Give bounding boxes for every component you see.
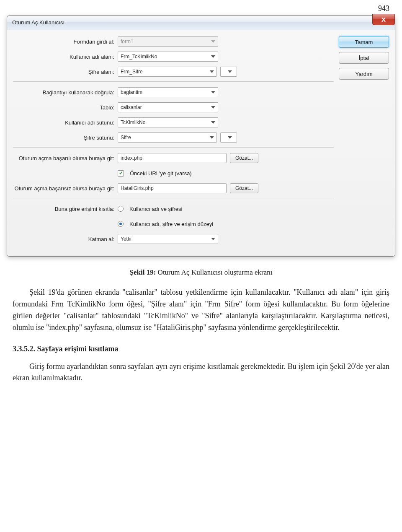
connection-select[interactable]: baglantim — [118, 87, 218, 97]
label-restrict: Buna göre erişimi kısıtla: — [13, 206, 118, 212]
label-fail-redirect: Oturum açma başarısız olursa buraya git: — [13, 185, 118, 192]
browse-fail-button[interactable]: Gözat... — [230, 183, 258, 193]
chevron-down-icon — [211, 238, 215, 240]
ok-button[interactable]: Tamam — [339, 36, 389, 48]
caption-prefix: Şekil 19: — [130, 268, 156, 276]
connection-value: baglantim — [121, 89, 142, 95]
label-pass-column: Şifre sütunu: — [13, 135, 118, 141]
chevron-down-icon — [228, 136, 232, 139]
form-source-value: form1 — [121, 39, 134, 44]
level-value: Yetki — [121, 236, 131, 242]
label-user-field: Kullanıcı adı alanı: — [13, 54, 118, 60]
success-url-value: index.php — [121, 155, 142, 161]
chevron-down-icon — [211, 106, 215, 109]
dialog-title: Oturum Aç Kullanıcısı — [12, 19, 64, 26]
separator — [13, 198, 334, 198]
paragraph-2: Giriş formu ayarlandıktan sonra sayfalar… — [0, 361, 402, 384]
page-number: 943 — [0, 0, 402, 16]
chevron-down-icon — [211, 40, 215, 43]
pass-field-value: Frm_Sifre — [121, 69, 143, 75]
pass-column-value: Sifre — [121, 135, 131, 140]
section-heading: 3.3.5.2. Sayfaya erişimi kısıtlama — [0, 345, 402, 353]
restrict-radio2-label: Kullanıcı adı, şifre ve erişim düzeyi — [129, 221, 213, 227]
color-swatch[interactable] — [220, 132, 237, 143]
chevron-down-icon — [211, 121, 215, 124]
label-connection: Bağlantıyı kullanarak doğrula: — [13, 89, 118, 96]
color-swatch[interactable] — [220, 67, 237, 77]
login-user-dialog: Oturum Aç Kullanıcısı X Formdan girdi al… — [7, 16, 395, 257]
para1-text: Şekil 19'da görünen ekranda "calisanlar"… — [13, 288, 389, 332]
prev-url-label: Önceki URL'ye git (varsa) — [130, 170, 192, 176]
browse-success-button[interactable]: Gözat... — [230, 153, 258, 163]
user-field-select[interactable]: Frm_TcKimlikNo — [118, 52, 218, 62]
user-column-value: TcKimlikNo — [121, 119, 145, 125]
chevron-down-icon — [211, 91, 215, 93]
user-field-value: Frm_TcKimlikNo — [121, 54, 157, 60]
label-table: Tablo: — [13, 104, 118, 111]
level-select[interactable]: Yetki — [118, 234, 218, 244]
cancel-button[interactable]: İptal — [339, 52, 389, 64]
fail-url-value: HataliGiris.php — [121, 185, 154, 191]
restrict-radio-user-pass[interactable] — [118, 206, 124, 212]
pass-field-select[interactable]: Frm_Sifre — [118, 67, 217, 77]
close-icon: X — [381, 16, 386, 23]
chevron-down-icon — [211, 55, 215, 58]
restrict-radio1-label: Kullanıcı adı ve şifresi — [129, 206, 182, 212]
chevron-down-icon — [228, 70, 232, 73]
help-button[interactable]: Yardım — [339, 68, 389, 80]
label-success-redirect: Oturum açma başarılı olursa buraya git: — [13, 155, 118, 161]
prev-url-checkbox[interactable]: ✓ — [118, 170, 124, 176]
label-form-source: Formdan girdi al: — [13, 39, 118, 45]
check-icon: ✓ — [119, 171, 123, 176]
caption-text: Oturum Aç Kullanıcısı oluşturma ekranı — [156, 268, 272, 276]
user-column-select[interactable]: TcKimlikNo — [118, 117, 218, 127]
form-source-select[interactable]: form1 — [118, 36, 218, 47]
titlebar[interactable]: Oturum Aç Kullanıcısı X — [7, 16, 395, 29]
para2-text: Giriş formu ayarlandıktan sonra sayfalar… — [13, 362, 389, 382]
chevron-down-icon — [210, 136, 214, 139]
restrict-radio-user-pass-level[interactable] — [118, 221, 124, 227]
close-button[interactable]: X — [372, 14, 395, 25]
fail-url-input[interactable]: HataliGiris.php — [118, 183, 227, 193]
table-value: calisanlar — [121, 104, 142, 110]
pass-column-select[interactable]: Sifre — [118, 132, 217, 143]
chevron-down-icon — [210, 70, 214, 73]
paragraph-1: Şekil 19'da görünen ekranda "calisanlar"… — [0, 287, 402, 334]
success-url-input[interactable]: index.php — [118, 153, 227, 163]
label-level: Katman al: — [13, 236, 118, 242]
label-user-column: Kullanıcı adı sütunu: — [13, 119, 118, 126]
table-select[interactable]: calisanlar — [118, 102, 218, 112]
separator — [13, 81, 334, 82]
separator — [13, 147, 334, 148]
figure-caption: Şekil 19: Oturum Aç Kullanıcısı oluşturm… — [0, 268, 402, 277]
label-pass-field: Şifre alanı: — [13, 69, 118, 75]
